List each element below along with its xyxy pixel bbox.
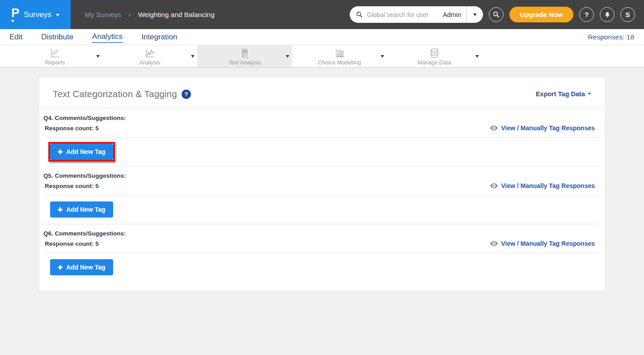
toolbar-item-analysis[interactable]: Analysis [102, 45, 197, 67]
add-new-tag-label: Add New Tag [66, 206, 106, 213]
breadcrumb-separator-icon: › [128, 10, 131, 19]
bell-icon [604, 11, 611, 18]
view-manually-tag-link[interactable]: View / Manually Tag Responses [490, 182, 601, 189]
notifications-button[interactable] [600, 7, 614, 22]
main-content: Text Categorization & Tagging ? Export T… [0, 68, 644, 291]
database-icon [429, 47, 440, 59]
chevron-down-icon [56, 14, 59, 17]
tab-integration[interactable]: Integration [141, 32, 178, 43]
breadcrumb-my-surveys[interactable]: My Surveys [85, 11, 121, 19]
view-manually-tag-link[interactable]: View / Manually Tag Responses [490, 124, 601, 132]
export-tag-data-label: Export Tag Data [536, 90, 585, 98]
view-manually-tag-label: View / Manually Tag Responses [501, 240, 595, 247]
question-label: Q4. Comments/Suggestions: [43, 115, 601, 121]
question-label: Q5. Comments/Suggestions: [43, 172, 601, 179]
area-chart-icon [144, 47, 156, 59]
add-tag-row: ✚ Add New Tag [43, 253, 601, 282]
global-search-box[interactable]: Admin [350, 6, 483, 23]
global-search-input[interactable] [363, 11, 443, 18]
search-icon [492, 11, 500, 18]
eye-icon [490, 125, 498, 131]
question-section-q5: Q5. Comments/Suggestions: Response count… [43, 167, 601, 224]
topbar-actions: Admin Upgrade Now ? S [350, 6, 644, 23]
add-new-tag-label: Add New Tag [66, 148, 106, 155]
view-manually-tag-label: View / Manually Tag Responses [501, 124, 595, 132]
avatar-initial: S [625, 11, 630, 18]
user-avatar[interactable]: S [620, 7, 635, 22]
response-count-label: Response count: 5 [43, 125, 99, 132]
response-count-row: Response count: 5 View / Manually Tag Re… [43, 240, 601, 247]
search-icon [356, 11, 363, 18]
brand-label: Surveys [24, 10, 51, 19]
top-bar: P Surveys My Surveys › Weighting and Bal… [0, 0, 644, 29]
toolbar-item-label: Reports [45, 60, 65, 66]
response-count-row: Response count: 5 View / Manually Tag Re… [43, 182, 601, 189]
panel-header: Text Categorization & Tagging ? Export T… [39, 77, 605, 108]
breadcrumb: My Surveys › Weighting and Balancing [85, 10, 215, 19]
scatter-bars-icon [334, 47, 345, 59]
upgrade-now-button[interactable]: Upgrade Now [509, 7, 573, 22]
export-tag-data-dropdown[interactable]: Export Tag Data [536, 90, 591, 98]
title-help-button[interactable]: ? [182, 90, 191, 99]
plus-icon: ✚ [58, 207, 63, 213]
toolbar-item-label: Manage Data [417, 60, 451, 66]
toolbar-item-reports[interactable]: Reports [8, 45, 102, 67]
question-section-q6: Q6. Comments/Suggestions: Response count… [43, 224, 601, 282]
toolbar-item-label: Analysis [140, 60, 161, 66]
eye-icon [490, 241, 498, 246]
tab-edit[interactable]: Edit [9, 32, 23, 43]
search-scope-label: Admin [443, 11, 466, 18]
response-count-label: Response count: 5 [43, 240, 99, 247]
add-new-tag-button[interactable]: ✚ Add New Tag [50, 144, 113, 160]
add-tag-row: ✚ Add New Tag [43, 138, 601, 166]
search-button[interactable] [489, 7, 504, 22]
breadcrumb-current-survey: Weighting and Balancing [138, 11, 215, 19]
toolbar-item-label: Choice Modelling [318, 60, 361, 66]
reports-dropdown-icon[interactable] [96, 55, 100, 58]
page-title: Text Categorization & Tagging [53, 89, 177, 99]
manage-data-dropdown-icon[interactable] [475, 55, 479, 58]
toolbar-item-label: Text Analysis [229, 60, 261, 66]
question-mark-icon: ? [585, 11, 589, 18]
text-tagging-panel: Text Categorization & Tagging ? Export T… [39, 77, 605, 291]
analysis-dropdown-icon[interactable] [191, 55, 195, 58]
line-chart-icon [50, 47, 61, 59]
search-scope-dropdown[interactable] [467, 13, 483, 16]
view-manually-tag-label: View / Manually Tag Responses [501, 182, 595, 189]
analytics-toolbar: Reports Analysis Text Analysis [0, 45, 644, 68]
add-tag-row: ✚ Add New Tag [43, 196, 601, 224]
brand-surveys-menu[interactable]: P Surveys [0, 0, 71, 29]
toolbar-item-choice-modelling[interactable]: Choice Modelling [292, 45, 387, 67]
add-new-tag-button[interactable]: ✚ Add New Tag [50, 259, 113, 275]
plus-icon: ✚ [58, 265, 63, 270]
plus-icon: ✚ [58, 149, 63, 155]
view-manually-tag-link[interactable]: View / Manually Tag Responses [490, 240, 601, 247]
responses-count-label: Responses: 18 [588, 33, 644, 41]
question-mark-icon: ? [184, 91, 188, 98]
toolbar-item-text-analysis[interactable]: Text Analysis [197, 45, 292, 67]
eye-icon [490, 183, 498, 188]
add-new-tag-label: Add New Tag [66, 264, 106, 271]
questionpro-logo-icon: P [11, 7, 19, 22]
highlight-annotation: ✚ Add New Tag [48, 142, 115, 162]
question-section-q4: Q4. Comments/Suggestions: Response count… [43, 109, 601, 167]
text-analysis-dropdown-icon[interactable] [286, 55, 289, 58]
question-label: Q6. Comments/Suggestions: [43, 230, 601, 237]
choice-modelling-dropdown-icon[interactable] [381, 55, 384, 58]
response-count-label: Response count: 5 [43, 183, 99, 189]
chevron-down-icon [588, 93, 591, 95]
survey-nav-tabs: Edit Distribute Analytics Integration Re… [0, 29, 644, 45]
question-sections: Q4. Comments/Suggestions: Response count… [39, 109, 605, 282]
tab-distribute[interactable]: Distribute [41, 32, 74, 43]
response-count-row: Response count: 5 View / Manually Tag Re… [43, 124, 601, 132]
toolbar-item-manage-data[interactable]: Manage Data [387, 45, 482, 67]
add-new-tag-button[interactable]: ✚ Add New Tag [50, 201, 113, 218]
document-grid-icon [239, 47, 250, 59]
help-button[interactable]: ? [579, 7, 594, 22]
chevron-down-icon [473, 13, 477, 16]
tab-analytics[interactable]: Analytics [92, 31, 123, 43]
